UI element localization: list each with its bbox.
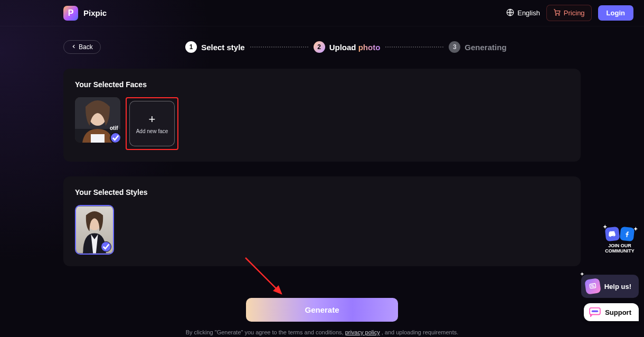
step-label: Generating (465, 43, 506, 52)
brand[interactable]: P Pixpic (63, 6, 107, 21)
plus-icon: + (149, 114, 156, 125)
support-label: Support (605, 308, 631, 316)
step-separator (250, 46, 308, 48)
step-number: 3 (449, 41, 460, 53)
stepper: 1 Select style 2 Upload photo 3 Generati… (111, 41, 581, 53)
svg-point-2 (558, 14, 560, 15)
facebook-icon (620, 227, 635, 242)
pricing-button[interactable]: Pricing (546, 5, 592, 21)
brand-logo-icon: P (63, 6, 78, 21)
selected-styles-panel: Your Selected Styles (63, 176, 581, 266)
header-actions: English Pricing Login (506, 5, 633, 21)
language-label: English (517, 9, 540, 17)
step-upload-photo[interactable]: 2 Upload photo (314, 41, 381, 53)
panel-heading: Your Selected Styles (75, 188, 569, 196)
step-separator (385, 46, 443, 48)
svg-rect-6 (91, 134, 105, 143)
back-button[interactable]: Back (63, 40, 101, 54)
support-button[interactable]: Support (584, 303, 639, 321)
panel-heading: Your Selected Faces (75, 80, 569, 89)
add-new-face-button[interactable]: + Add new face (129, 101, 175, 146)
styles-row (75, 205, 569, 255)
help-us-label: Help us! (604, 283, 631, 291)
svg-text:otif: otif (110, 125, 118, 131)
add-face-label: Add new face (136, 128, 168, 134)
step-generating: 3 Generating (449, 41, 506, 53)
step-number: 2 (314, 41, 325, 53)
app-header: P Pixpic English Pricing Login (0, 0, 644, 26)
terms-text: By clicking "Generate" you agree to the … (63, 329, 581, 335)
generate-area: Generate By clicking "Generate" you agre… (63, 298, 581, 335)
selected-style-thumbnail[interactable] (75, 205, 114, 255)
join-community-button[interactable]: ✦ ✦ JOIN OUR COMMUNITY (601, 227, 639, 254)
step-number: 1 (185, 41, 197, 53)
login-button[interactable]: Login (598, 5, 633, 21)
selected-faces-panel: Your Selected Faces otif + (63, 69, 581, 162)
svg-point-1 (555, 14, 556, 15)
stepper-bar: Back 1 Select style 2 Upload photo 3 Gen… (63, 40, 581, 54)
selected-face-thumbnail[interactable]: otif (75, 97, 120, 143)
svg-rect-11 (590, 284, 596, 288)
step-select-style[interactable]: 1 Select style (185, 41, 245, 53)
help-us-button[interactable]: ✦ Help us! (581, 275, 639, 298)
language-selector[interactable]: English (506, 8, 540, 18)
step-label: Select style (201, 43, 245, 52)
globe-icon (506, 8, 514, 18)
chat-icon (589, 307, 601, 317)
community-label-line2: COMMUNITY (601, 248, 639, 254)
step-label: Upload photo (329, 43, 381, 52)
add-face-highlight: + Add new face (126, 97, 178, 150)
svg-rect-13 (592, 310, 599, 312)
community-label-line1: JOIN OUR (601, 243, 639, 248)
privacy-policy-link[interactable]: privacy policy (345, 329, 380, 335)
check-icon (101, 241, 111, 252)
generate-button[interactable]: Generate (246, 298, 398, 322)
sparkle-icon: ✦ (580, 272, 584, 277)
faces-row: otif + Add new face (75, 97, 569, 150)
check-icon (110, 132, 120, 143)
discord-icon (605, 227, 620, 242)
cart-icon (553, 8, 561, 17)
feedback-icon (584, 278, 601, 295)
pricing-label: Pricing (564, 9, 585, 17)
chevron-left-icon (71, 43, 77, 51)
back-label: Back (79, 43, 93, 51)
brand-name: Pixpic (83, 8, 107, 17)
